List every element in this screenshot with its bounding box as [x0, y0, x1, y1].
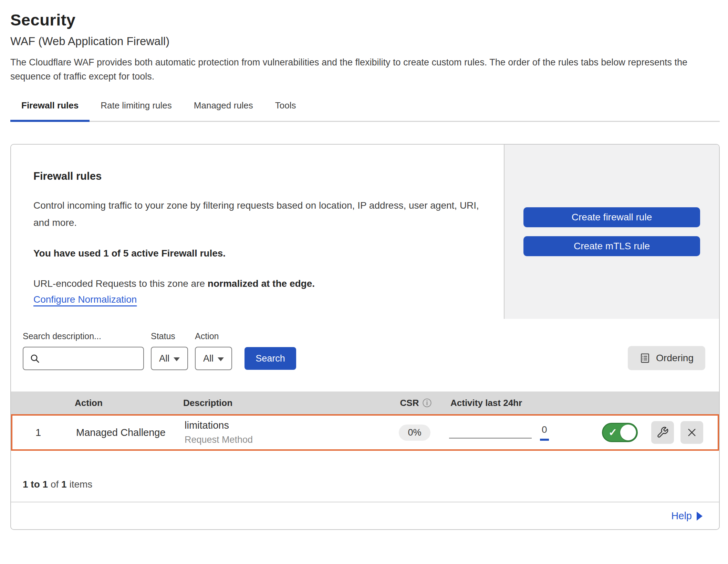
rule-description-detail: Request Method — [185, 435, 380, 445]
toggle-knob — [620, 425, 636, 440]
header-csr-label: CSR — [400, 398, 419, 408]
action-filter-value: All — [203, 353, 214, 364]
action-filter-select[interactable]: All — [195, 347, 232, 370]
chevron-down-icon — [218, 357, 224, 361]
help-link-label: Help — [671, 510, 692, 522]
close-icon — [686, 427, 697, 438]
table-header-row: Action Description CSR Activity last 24h… — [11, 391, 719, 414]
overview-text-column: Firewall rules Control incoming traffic … — [11, 145, 504, 319]
create-rule-panel: Create firewall rule Create mTLS rule — [504, 145, 719, 319]
create-mtls-rule-button[interactable]: Create mTLS rule — [523, 236, 700, 256]
rule-controls-cell: ✓ — [573, 421, 718, 444]
page-title: Security — [10, 10, 720, 29]
overview-heading: Firewall rules — [33, 170, 483, 182]
wrench-icon — [656, 426, 669, 439]
chevron-right-icon — [697, 512, 703, 521]
rule-csr-cell: 0% — [380, 425, 449, 441]
pagination-items: items — [69, 479, 92, 490]
activity-sparkline — [449, 426, 532, 439]
normalization-note: URL-encoded Requests to this zone are no… — [33, 278, 483, 289]
header-activity: Activity last 24hr — [450, 398, 574, 408]
normalization-note-text: URL-encoded Requests to this zone are — [33, 278, 205, 289]
security-waf-page: Security WAF (Web Application Firewall) … — [0, 0, 728, 530]
firewall-rules-overview: Firewall rules Control incoming traffic … — [11, 145, 719, 319]
delete-rule-button[interactable] — [680, 421, 703, 444]
table-pagination-summary: 1 to 1 of 1 items — [11, 451, 719, 502]
firewall-rule-row[interactable]: 1 Managed Challenge limitations Request … — [11, 414, 719, 451]
search-input-box[interactable] — [23, 347, 144, 370]
overview-description: Control incoming traffic to your zone by… — [33, 197, 481, 231]
activity-count-link[interactable]: 0 — [540, 424, 549, 441]
tab-rate-limiting-rules[interactable]: Rate limiting rules — [90, 100, 183, 122]
header-action: Action — [63, 398, 180, 408]
tab-managed-rules[interactable]: Managed rules — [183, 100, 264, 122]
normalization-note-bold: normalized at the edge. — [208, 278, 315, 289]
usage-summary: You have used 1 of 5 active Firewall rul… — [33, 248, 483, 259]
ordering-list-icon — [639, 353, 651, 364]
header-description: Description — [180, 398, 382, 408]
check-icon: ✓ — [609, 426, 617, 438]
rule-description: limitations — [185, 420, 380, 431]
tab-firewall-rules[interactable]: Firewall rules — [10, 100, 90, 122]
status-filter-group: Status All — [151, 331, 188, 370]
help-link[interactable]: Help — [671, 510, 703, 522]
rule-priority: 1 — [12, 427, 64, 438]
configure-normalization-link[interactable]: Configure Normalization — [33, 294, 137, 305]
edit-rule-button[interactable] — [651, 421, 674, 444]
ordering-button[interactable]: Ordering — [628, 346, 705, 370]
search-description-label: Search description... — [23, 331, 144, 341]
action-filter-group: Action All — [195, 331, 232, 370]
search-description-group: Search description... — [23, 331, 144, 370]
rules-tab-bar: Firewall rules Rate limiting rules Manag… — [10, 100, 720, 122]
page-description: The Cloudflare WAF provides both automat… — [10, 55, 718, 84]
help-row: Help — [11, 502, 719, 529]
pagination-of: of — [51, 479, 59, 490]
page-subtitle: WAF (Web Application Firewall) — [10, 35, 720, 48]
rule-activity-cell: 0 — [449, 424, 573, 441]
info-icon[interactable] — [422, 398, 432, 408]
search-input[interactable] — [45, 353, 160, 364]
rule-enabled-toggle[interactable]: ✓ — [602, 423, 638, 442]
filter-bar: Search description... Status All — [11, 319, 719, 391]
pagination-range: 1 to 1 — [23, 479, 48, 490]
firewall-rules-card: Firewall rules Control incoming traffic … — [10, 144, 720, 530]
create-firewall-rule-button[interactable]: Create firewall rule — [523, 207, 700, 227]
ordering-button-label: Ordering — [656, 353, 694, 364]
action-filter-label: Action — [195, 331, 232, 341]
search-icon — [30, 353, 40, 364]
search-button[interactable]: Search — [245, 347, 296, 370]
rule-action: Managed Challenge — [64, 427, 181, 438]
status-filter-label: Status — [151, 331, 188, 341]
csr-badge: 0% — [399, 425, 430, 441]
rule-description-cell: limitations Request Method — [181, 420, 380, 445]
pagination-total: 1 — [61, 479, 67, 490]
status-filter-select[interactable]: All — [151, 347, 188, 370]
header-csr: CSR — [382, 398, 450, 408]
status-filter-value: All — [159, 353, 169, 364]
chevron-down-icon — [174, 357, 180, 361]
tab-tools[interactable]: Tools — [264, 100, 307, 122]
